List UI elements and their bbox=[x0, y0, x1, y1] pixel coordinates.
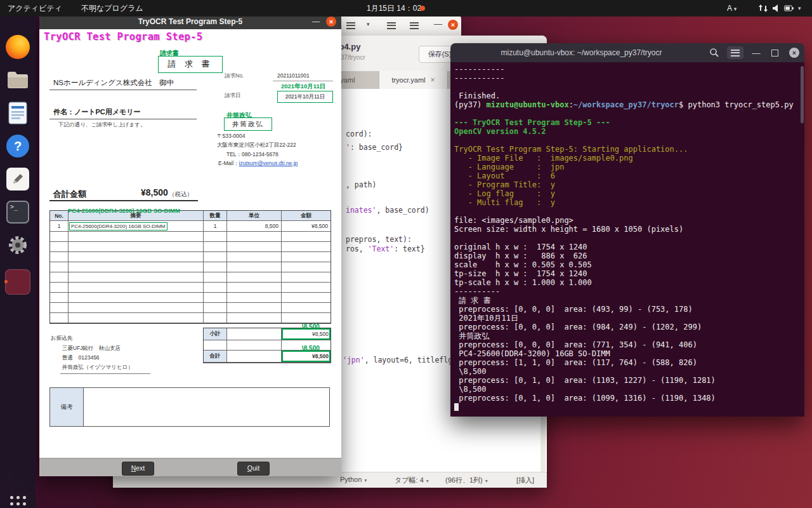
close-button[interactable]: × bbox=[326, 17, 336, 27]
ocr-label-subtotal: \8,500 bbox=[302, 323, 320, 330]
open-documents-caret-icon[interactable]: ▾ bbox=[367, 21, 370, 27]
invoice-remarks-empty bbox=[84, 388, 329, 426]
table-cell bbox=[204, 242, 227, 252]
rule bbox=[60, 373, 150, 374]
battery-icon[interactable] bbox=[784, 5, 794, 14]
terminal-body[interactable]: ---------------------- Finished.(py37) m… bbox=[450, 62, 804, 417]
search-icon[interactable] bbox=[709, 48, 719, 58]
network-icon[interactable] bbox=[759, 4, 768, 14]
table-cell bbox=[50, 272, 69, 283]
tab-tryocr-yaml[interactable]: tryocr.yaml × bbox=[379, 71, 448, 89]
dock-item-terminal[interactable]: >_ bbox=[4, 198, 32, 226]
invoice-bank-line: 井筒政弘（イヅツマリヒロ） bbox=[62, 364, 133, 371]
table-cell bbox=[227, 283, 282, 293]
terminal-output: ---------------------- Finished.(py37) m… bbox=[454, 65, 804, 411]
table-cell: 8,500 bbox=[227, 221, 282, 232]
table-cell bbox=[204, 272, 227, 283]
table-cell bbox=[227, 313, 282, 323]
table-cell bbox=[50, 252, 69, 262]
dock-item-firefox[interactable] bbox=[4, 33, 32, 61]
table-cell bbox=[50, 313, 69, 323]
table-cell bbox=[204, 340, 227, 351]
running-indicator-dot bbox=[4, 280, 8, 283]
table-cell bbox=[204, 232, 227, 242]
activities-button[interactable]: アクティビティ bbox=[8, 0, 62, 17]
table-cell bbox=[50, 303, 69, 313]
help-icon: ? bbox=[6, 135, 29, 157]
table-cell bbox=[69, 242, 204, 252]
menu-icon[interactable] bbox=[387, 20, 396, 33]
rule bbox=[49, 90, 197, 90]
table-cell bbox=[282, 283, 331, 293]
minimize-button[interactable]: — bbox=[751, 44, 761, 62]
firefox-icon bbox=[6, 35, 30, 59]
cursor-position[interactable]: (96行、1列)▾ bbox=[445, 476, 488, 485]
table-cell bbox=[227, 252, 282, 262]
table-cell bbox=[204, 303, 227, 313]
table-cell: PC4-25600(DDR4-3200) 16GB SO-DIMM bbox=[69, 221, 204, 232]
minimize-button[interactable]: — bbox=[434, 19, 442, 29]
table-cell: 数量 bbox=[204, 211, 227, 221]
volume-icon[interactable] bbox=[773, 4, 780, 14]
dock-item-text-editor[interactable] bbox=[4, 165, 32, 193]
table-cell bbox=[50, 283, 69, 293]
focused-app-menu[interactable]: 不明なプログラム bbox=[81, 0, 143, 17]
table-cell bbox=[69, 313, 204, 323]
invoice-email-row: E-Mail：izutsum@venus.dti.ne.jp bbox=[218, 160, 298, 168]
table-cell bbox=[204, 283, 227, 293]
invoice-no-value: 20211011001 bbox=[277, 72, 310, 79]
invoice-total-value: ¥8,500 bbox=[141, 187, 168, 197]
language-selector[interactable]: Python▾ bbox=[340, 476, 367, 483]
clock[interactable]: 1月15日 14：02 bbox=[367, 0, 421, 17]
system-menu-caret-icon[interactable]: ▾ bbox=[798, 0, 801, 17]
invoice-email-label: E-Mail： bbox=[218, 160, 239, 166]
hamburger-menu-button[interactable] bbox=[727, 46, 743, 59]
next-button[interactable]: Next bbox=[122, 462, 154, 476]
table-cell bbox=[69, 252, 204, 262]
close-button[interactable]: × bbox=[448, 20, 458, 30]
table-cell: 金額 bbox=[282, 211, 331, 221]
invoice-no-label: 請求No. bbox=[225, 72, 244, 80]
table-cell: ¥8,500 bbox=[282, 221, 331, 232]
dock-item-settings[interactable] bbox=[4, 231, 32, 259]
terminal-headerbar[interactable]: mizutu@ubuntu-vbox: ~/workspace_py37/try… bbox=[450, 43, 804, 63]
hamburger-menu-icon[interactable] bbox=[410, 20, 419, 33]
table-cell bbox=[50, 262, 69, 272]
maximize-button[interactable] bbox=[771, 50, 778, 57]
close-button[interactable]: × bbox=[789, 48, 799, 58]
table-cell bbox=[50, 293, 69, 303]
ocr-label-total: \8,500 bbox=[302, 345, 320, 352]
open-documents-icon[interactable] bbox=[346, 20, 355, 33]
invoice-bank-label: お振込先 bbox=[51, 335, 72, 342]
pen-icon bbox=[6, 168, 29, 190]
dock-item-tryocr[interactable] bbox=[4, 268, 32, 296]
tryocr-button-bar: Next Quit bbox=[39, 458, 341, 476]
folder-icon bbox=[6, 70, 29, 90]
tab-width-selector[interactable]: タブ幅: 4▾ bbox=[395, 476, 429, 485]
ocr-label-item: PC4-25600(DDR4-3200) 16GB SO-DIMM bbox=[68, 207, 180, 214]
table-cell bbox=[69, 262, 204, 272]
dock-item-writer[interactable] bbox=[4, 99, 32, 127]
tab-close-icon[interactable]: × bbox=[431, 76, 435, 84]
dock: ? >_ bbox=[0, 17, 36, 508]
terminal-scrollbar-thumb[interactable] bbox=[801, 66, 804, 123]
table-cell bbox=[227, 293, 282, 303]
invoice-postal: 〒533-0004 bbox=[217, 133, 245, 140]
dock-item-files[interactable] bbox=[4, 66, 32, 94]
table-cell: 合計 bbox=[204, 351, 227, 363]
tryocr-app-icon bbox=[5, 269, 30, 295]
ime-indicator[interactable]: A ▾ bbox=[727, 0, 737, 17]
table-cell bbox=[69, 272, 204, 283]
gear-icon bbox=[6, 234, 29, 257]
table-cell bbox=[227, 232, 282, 242]
invoice-doc-title: 請 求 書 bbox=[158, 56, 223, 73]
table-cell bbox=[227, 303, 282, 313]
invoice-email-link: izutsum@venus.dti.ne.jp bbox=[239, 160, 298, 166]
table-cell bbox=[50, 242, 69, 252]
show-applications-button[interactable] bbox=[8, 494, 27, 508]
table-cell: No. bbox=[50, 211, 69, 221]
invoice-seller-name: 井筒政弘 bbox=[224, 117, 272, 131]
table-cell bbox=[204, 313, 227, 323]
dock-item-help[interactable]: ? bbox=[4, 132, 32, 160]
quit-button[interactable]: Quit bbox=[237, 462, 270, 476]
